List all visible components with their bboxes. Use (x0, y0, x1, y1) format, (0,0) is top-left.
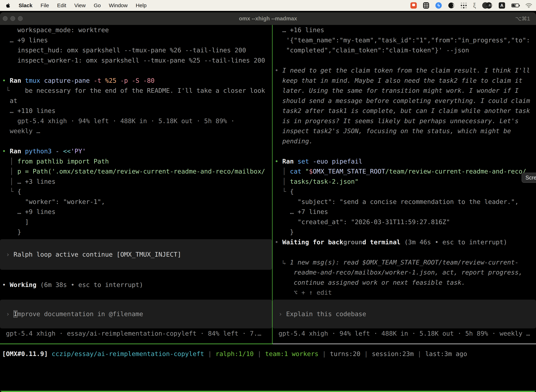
left-pane[interactable]: workspace_mode: worktree … +9 lines insp… (0, 25, 272, 344)
terminal-line: … +9 lines (0, 35, 272, 45)
terminal-line: inspect task2's JSON, focusing on the st… (273, 126, 536, 136)
terminal-line: at (0, 96, 272, 106)
terminal-line: › Improve documentation in @filename (0, 309, 272, 319)
terminal-line: … +16 lines (273, 25, 536, 35)
right-pane-scrollback: … +16 lines '{"team_name":"my-team","tas… (273, 25, 536, 298)
window-shortcut-badge: ⌥⌘1 (515, 12, 530, 25)
terminal-line: [OMX#0.11.9] cczip/essay/ai-reimplementa… (0, 349, 536, 359)
terminal-line: › Explain this codebase (273, 309, 536, 319)
terminal-line: } (0, 227, 272, 237)
terminal-line: • Waiting for background terminal (3m 46… (273, 237, 536, 247)
terminal-line: ] (0, 217, 272, 227)
keyboard-grid-icon[interactable] (423, 2, 429, 9)
chat-app-icon[interactable] (411, 2, 417, 9)
terminal-line: │ … +3 lines (0, 177, 272, 187)
terminal-line: │ from pathlib import Path (0, 156, 272, 167)
terminal-line: … +110 lines (0, 106, 272, 116)
terminal-line: pending. (273, 136, 536, 146)
input-source-icon[interactable]: A (499, 2, 505, 9)
terminal-line: weekly … (0, 126, 272, 136)
menu-item-go[interactable]: Go (94, 2, 101, 9)
terminal-line: is in progress? It seems likely but perh… (273, 116, 536, 126)
wifi-icon[interactable] (526, 2, 532, 9)
terminal-line: inspect_hud: omx sparkshell --tmux-pane … (0, 45, 272, 55)
menu-item-help[interactable]: Help (136, 2, 147, 9)
right-pane[interactable]: … +16 lines '{"team_name":"my-team","tas… (273, 25, 536, 344)
terminal-line: "subject": "send a concise recommendatio… (273, 197, 536, 207)
terminal-line: └ be necessary for the end of the README… (0, 85, 272, 96)
terminal-line (273, 146, 536, 156)
terminal-line (0, 136, 272, 146)
terminal-line: │ p = Path('.omx/state/team/review-curre… (0, 166, 272, 177)
window-title: omx --xhigh --madmax (0, 12, 536, 25)
terminal-content: workspace_mode: worktree … +9 lines insp… (0, 25, 536, 392)
tmux-host-clock: "MacBook-Pro-44.local" 05:03 31-Mar-26 (390, 391, 535, 392)
terminal-line: "completed","claim_token":"claim-token"}… (273, 45, 536, 55)
prompt-input[interactable]: › Improve documentation in @filename (0, 300, 272, 328)
terminal-line: • I need to get the claim token from the… (273, 65, 536, 75)
terminal-line: … +7 lines (273, 207, 536, 217)
terminal-line: inspect_worker-1: omx sparkshell --tmux-… (0, 55, 272, 65)
terminal-line: └ { (273, 187, 536, 197)
menu-item-window[interactable]: Window (109, 2, 128, 9)
terminal-line: readme-and-reco/mailbox/worker-1.json, a… (273, 267, 536, 277)
terminal-line: │ tasks/task-2.json" (273, 177, 536, 187)
badge-count: ..61 (486, 2, 492, 9)
menu-status-icons: ϟ ξ ..61 A ϟ (411, 2, 536, 9)
right-pane-footer: gpt-5.4 xhigh · 94% left · 488K in · 5.1… (273, 328, 536, 339)
terminal-line (273, 247, 536, 257)
terminal-window: omx --xhigh --madmax ⌥⌘1 workspace_mode:… (0, 12, 536, 392)
terminal-line: › Ralph loop active continue [OMX_TMUX_I… (0, 249, 272, 260)
right-prompt-area: › Explain this codebase gpt-5.4 xhigh · … (273, 300, 536, 339)
overlap-circles-icon[interactable]: ..61 (482, 2, 492, 9)
terminal-line: ↳ 1 new msg(s): read $OMX_TEAM_STATE_ROO… (273, 257, 536, 267)
pane-divider[interactable] (272, 25, 273, 344)
terminal-line: ⌥ + ↑ edit (273, 288, 536, 298)
left-prompt-area: › Improve documentation in @filename gpt… (0, 300, 272, 339)
menu-items: FileEditViewGoWindowHelp (40, 2, 147, 9)
terminal-line: should send a message before completing … (273, 96, 536, 106)
inject-banner: › Ralph loop active continue [OMX_TMUX_I… (0, 239, 272, 270)
terminal-line: task2 after task1 is complete, but can I… (273, 106, 536, 116)
left-pane-scrollback: workspace_mode: worktree … +9 lines insp… (0, 25, 272, 290)
terminal-line: keep that in mind. Maybe I also need the… (273, 75, 536, 86)
prompt-input[interactable]: › Explain this codebase (273, 300, 536, 328)
tmux-session-label[interactable]: [omx-cczip0:bash* (1, 391, 66, 392)
tmux-status-bar: [omx-cczip0:bash* "MacBook-Pro-44.local"… (0, 391, 536, 392)
menu-item-file[interactable]: File (40, 2, 49, 9)
terminal-line: gpt-5.4 xhigh · 94% left · 488K in · 5.1… (273, 328, 536, 339)
messenger-icon[interactable]: ϟ (436, 2, 442, 9)
terminal-line (0, 270, 272, 280)
terminal-line (273, 55, 536, 65)
terminal-line: } (273, 227, 536, 237)
menu-bar: Slack FileEditViewGoWindowHelp ϟ ξ ..61 … (0, 0, 536, 11)
terminal-line: • Ran tmux capture-pane -t %25 -p -S -80 (0, 75, 272, 86)
omx-status-line: [OMX#0.11.9] cczip/essay/ai-reimplementa… (0, 349, 536, 359)
terminal-line: "worker": "worker-1", (0, 197, 272, 207)
left-pane-footer: gpt-5.4 xhigh · essay/ai-reimplementatio… (0, 328, 272, 339)
terminal-line: │ cat "$OMX_TEAM_STATE_ROOT/team/review-… (273, 166, 536, 177)
terminal-line: • Ran set -euo pipefail (273, 156, 536, 167)
screen: { "colors": { "accent_green":"#53b53c", … (0, 0, 536, 392)
terminal-line: gpt-5.4 xhigh · essay/ai-reimplementatio… (0, 328, 272, 339)
terminal-line: • Ran python3 - <<'PY' (0, 146, 272, 156)
terminal-line: "created_at": "2026-03-31T11:59:27.816Z" (273, 217, 536, 227)
terminal-line: └ { (0, 187, 272, 197)
battery-charging-icon[interactable]: ϟ (511, 2, 519, 9)
terminal-line: '{"team_name":"my-team","task_id":"1","f… (273, 35, 536, 45)
title-bar: omx --xhigh --madmax ⌥⌘1 (0, 12, 536, 25)
terminal-line: continue assigned work or next feasible … (273, 277, 536, 288)
terminal-line: gpt-5.4 xhigh · 94% left · 488K in · 5.1… (0, 116, 272, 126)
menu-item-view[interactable]: View (74, 2, 86, 9)
terminal-line: • Working (6m 38s • esc to interrupt) (0, 280, 272, 290)
terminal-line (0, 65, 272, 75)
active-app-name[interactable]: Slack (19, 2, 32, 9)
dots-grid-icon[interactable] (461, 2, 467, 9)
apple-menu-icon[interactable] (6, 3, 10, 8)
moon-circle-icon[interactable] (448, 2, 455, 9)
terminal-line: later. Using the same for transition mig… (273, 85, 536, 96)
terminal-line: … +9 lines (0, 207, 272, 217)
screen-overlay-button[interactable]: Scre (522, 173, 536, 183)
dragon-icon[interactable]: ξ (473, 2, 476, 9)
menu-item-edit[interactable]: Edit (57, 2, 66, 9)
